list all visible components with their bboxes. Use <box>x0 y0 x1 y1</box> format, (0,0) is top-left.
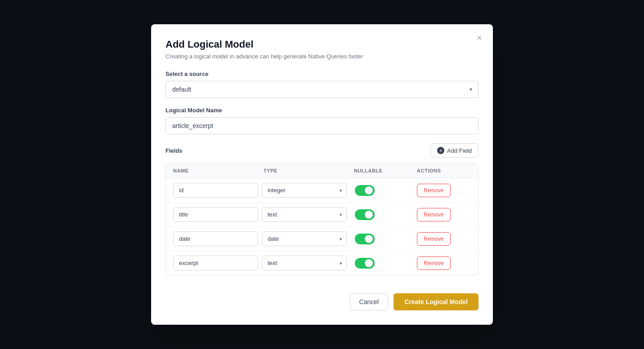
col-actions-header: ACTIONS <box>417 168 471 173</box>
nullable-toggle-1[interactable] <box>355 209 375 220</box>
create-logical-model-button[interactable]: Create Logical Model <box>394 293 479 310</box>
table-row: integer text date boolean float json ▾ <box>166 251 478 275</box>
field-type-select-1[interactable]: integer text date boolean float json <box>262 207 347 222</box>
modal-overlay: × Add Logical Model Creating a logical m… <box>0 0 644 349</box>
field-type-select-2[interactable]: integer text date boolean float json <box>262 231 347 246</box>
remove-button-1[interactable]: Remove <box>417 208 451 221</box>
add-field-label: Add Field <box>447 147 472 154</box>
actions-cell-2: Remove <box>417 232 471 246</box>
model-name-input[interactable] <box>165 117 479 134</box>
source-label: Select a source <box>165 71 479 77</box>
source-select-wrapper: default ▾ <box>165 81 479 98</box>
add-field-button[interactable]: + Add Field <box>430 143 479 158</box>
source-section: Select a source default ▾ <box>165 71 479 98</box>
fields-section: Fields + Add Field NAME TYPE NULLABLE AC… <box>165 143 479 275</box>
nullable-toggle-0[interactable] <box>355 185 375 196</box>
toggle-thumb-2 <box>365 235 373 243</box>
field-type-select-3[interactable]: integer text date boolean float json <box>262 256 347 270</box>
remove-button-2[interactable]: Remove <box>417 232 451 246</box>
nullable-toggle-3[interactable] <box>355 258 375 269</box>
source-select[interactable]: default <box>165 81 479 98</box>
field-name-input-3[interactable] <box>173 256 258 270</box>
plus-icon: + <box>437 147 444 154</box>
field-name-input-1[interactable] <box>173 207 258 222</box>
fields-label: Fields <box>165 147 183 154</box>
actions-cell-0: Remove <box>417 184 471 197</box>
cancel-button[interactable]: Cancel <box>350 293 389 310</box>
remove-button-3[interactable]: Remove <box>417 256 451 270</box>
nullable-toggle-wrapper-1 <box>350 209 413 220</box>
table-row: integer text date boolean float json ▾ <box>166 203 478 227</box>
field-type-wrapper-2: integer text date boolean float json ▾ <box>262 231 347 246</box>
field-type-wrapper-3: integer text date boolean float json ▾ <box>262 256 347 270</box>
modal-dialog: × Add Logical Model Creating a logical m… <box>151 24 493 325</box>
field-type-wrapper-1: integer text date boolean float json ▾ <box>262 207 347 222</box>
nullable-toggle-wrapper-0 <box>350 185 413 196</box>
col-name-header: NAME <box>173 168 264 173</box>
field-type-wrapper-0: integer text date boolean float json ▾ <box>262 183 347 198</box>
actions-cell-1: Remove <box>417 208 471 221</box>
table-row: integer text date boolean float json ▾ <box>166 227 478 251</box>
remove-button-0[interactable]: Remove <box>417 184 451 197</box>
close-button[interactable]: × <box>473 31 486 44</box>
field-name-input-0[interactable] <box>173 183 258 198</box>
nullable-toggle-2[interactable] <box>355 234 375 244</box>
toggle-thumb-1 <box>365 211 373 219</box>
modal-footer: Cancel Create Logical Model <box>165 286 479 310</box>
fields-table: NAME TYPE NULLABLE ACTIONS integer text … <box>165 163 479 275</box>
nullable-toggle-wrapper-2 <box>350 234 413 244</box>
col-nullable-header: NULLABLE <box>354 168 417 173</box>
toggle-thumb-0 <box>365 186 373 194</box>
modal-subtitle: Creating a logical model in advance can … <box>165 53 479 60</box>
model-name-label: Logical Model Name <box>165 107 479 114</box>
toggle-thumb-3 <box>365 259 373 267</box>
field-name-input-2[interactable] <box>173 231 258 246</box>
fields-header: Fields + Add Field <box>165 143 479 158</box>
table-row: integer text date boolean float json ▾ <box>166 178 478 203</box>
table-header: NAME TYPE NULLABLE ACTIONS <box>166 163 478 178</box>
modal-title: Add Logical Model <box>165 39 479 50</box>
col-type-header: TYPE <box>264 168 354 173</box>
actions-cell-3: Remove <box>417 256 471 270</box>
field-type-select-0[interactable]: integer text date boolean float json <box>262 183 347 198</box>
model-name-section: Logical Model Name <box>165 107 479 134</box>
nullable-toggle-wrapper-3 <box>350 258 413 269</box>
